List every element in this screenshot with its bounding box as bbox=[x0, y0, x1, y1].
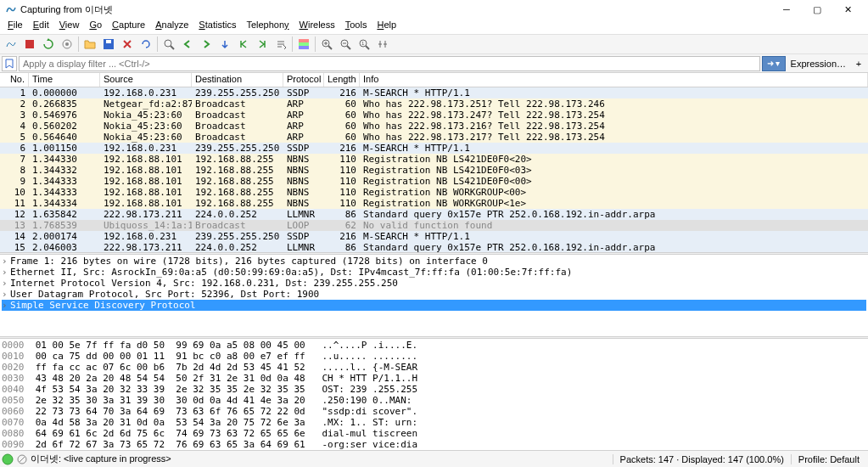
separator bbox=[78, 37, 79, 52]
next-packet-icon[interactable] bbox=[197, 35, 216, 53]
zoom-reset-icon[interactable]: 1 bbox=[355, 35, 373, 53]
separator bbox=[315, 37, 316, 52]
col-info[interactable]: Info bbox=[360, 73, 868, 87]
status-profile[interactable]: Profile: Default bbox=[791, 454, 866, 464]
svg-line-6 bbox=[171, 46, 174, 49]
packet-row[interactable]: 131.768539Ubiquoss_14:1a:1aBroadcastLOOP… bbox=[0, 220, 868, 231]
find-icon[interactable] bbox=[160, 35, 178, 53]
packet-row[interactable]: 121.635842222.98.173.211224.0.0.252LLMNR… bbox=[0, 209, 868, 220]
close-file-icon[interactable] bbox=[118, 35, 137, 53]
packet-row[interactable]: 81.344332192.168.88.101192.168.88.255NBN… bbox=[0, 165, 868, 176]
menu-view[interactable]: View bbox=[55, 19, 84, 34]
reload-icon[interactable] bbox=[137, 35, 155, 53]
packet-row[interactable]: 20.266835Netgear_fd:a2:87BroadcastARP60W… bbox=[0, 98, 868, 110]
open-file-icon[interactable] bbox=[81, 35, 99, 53]
menu-file[interactable]: File bbox=[3, 19, 27, 34]
titlebar: Capturing from 이더넷 ─ ▢ ✕ bbox=[0, 0, 868, 19]
save-file-icon[interactable] bbox=[99, 35, 118, 53]
zoom-in-icon[interactable] bbox=[317, 35, 336, 53]
menu-go[interactable]: Go bbox=[85, 19, 106, 34]
statusbar: 이더넷: <live capture in progress> Packets:… bbox=[0, 450, 868, 467]
expert-info-icon[interactable] bbox=[2, 453, 14, 465]
add-filter-button[interactable]: + bbox=[851, 59, 866, 69]
first-packet-icon[interactable] bbox=[234, 35, 253, 53]
packet-row[interactable]: 142.000174192.168.0.231239.255.255.250SS… bbox=[0, 231, 868, 242]
col-time[interactable]: Time bbox=[29, 73, 100, 87]
detail-row[interactable]: › Ethernet II, Src: AsrockIn_69:0a:a5 (d… bbox=[2, 267, 866, 278]
display-filter-input[interactable] bbox=[19, 56, 760, 71]
col-protocol[interactable]: Protocol bbox=[283, 73, 324, 87]
detail-row[interactable]: › Frame 1: 216 bytes on wire (1728 bits)… bbox=[2, 256, 866, 267]
packet-list[interactable]: 10.000000192.168.0.231239.255.255.250SSD… bbox=[0, 87, 868, 252]
menu-edit[interactable]: Edit bbox=[29, 19, 53, 34]
packet-row[interactable]: 30.546976Nokia_45:23:60BroadcastARP60Who… bbox=[0, 110, 868, 121]
col-no[interactable]: No. bbox=[0, 73, 29, 87]
toolbar: 1 bbox=[0, 34, 868, 54]
last-packet-icon[interactable] bbox=[253, 35, 272, 53]
menu-tools[interactable]: Tools bbox=[341, 19, 372, 34]
app-icon bbox=[5, 3, 17, 15]
packet-row[interactable]: 91.344333192.168.88.101192.168.88.255NBN… bbox=[0, 176, 868, 187]
menu-analyze[interactable]: Analyze bbox=[151, 19, 193, 34]
menu-telephony[interactable]: Telephony bbox=[242, 19, 293, 34]
hex-row[interactable]: 0060 22 73 73 64 70 3a 64 69 73 63 6f 76… bbox=[2, 406, 866, 417]
auto-scroll-icon[interactable] bbox=[272, 35, 290, 53]
svg-rect-0 bbox=[25, 40, 34, 48]
close-button[interactable]: ✕ bbox=[832, 1, 863, 18]
hex-row[interactable]: 0090 2d 6f 72 67 3a 73 65 72 76 69 63 65… bbox=[2, 439, 866, 450]
svg-rect-9 bbox=[299, 46, 309, 49]
expression-button[interactable]: Expression… bbox=[786, 59, 851, 69]
packet-row[interactable]: 61.001150192.168.0.231239.255.255.250SSD… bbox=[0, 143, 868, 154]
cancel-icon[interactable] bbox=[17, 454, 27, 464]
col-destination[interactable]: Destination bbox=[192, 73, 283, 87]
packet-list-header[interactable]: No. Time Source Destination Protocol Len… bbox=[0, 73, 868, 87]
separator bbox=[157, 37, 158, 52]
svg-line-22 bbox=[20, 457, 25, 462]
apply-filter-button[interactable]: ➜ ▾ bbox=[762, 56, 786, 71]
colorize-icon[interactable] bbox=[294, 35, 313, 53]
stop-capture-icon[interactable] bbox=[20, 35, 39, 53]
detail-row[interactable]: › Internet Protocol Version 4, Src: 192.… bbox=[2, 278, 866, 289]
minimize-button[interactable]: ─ bbox=[771, 1, 802, 18]
packet-row[interactable]: 71.344330192.168.88.101192.168.88.255NBN… bbox=[0, 154, 868, 165]
window-title: Capturing from 이더넷 bbox=[20, 3, 771, 16]
hex-row[interactable]: 0080 64 69 61 6c 2d 6d 75 6c 74 69 73 63… bbox=[2, 428, 866, 439]
filter-bookmark-icon[interactable] bbox=[2, 56, 17, 71]
col-length[interactable]: Length bbox=[324, 73, 360, 87]
packet-row[interactable]: 10.000000192.168.0.231239.255.255.250SSD… bbox=[0, 87, 868, 98]
svg-rect-4 bbox=[106, 40, 111, 43]
col-source[interactable]: Source bbox=[100, 73, 192, 87]
menu-help[interactable]: Help bbox=[372, 19, 400, 34]
hex-row[interactable]: 0000 01 00 5e 7f ff fa d0 50 99 69 0a a5… bbox=[2, 340, 866, 351]
menu-statistics[interactable]: Statistics bbox=[194, 19, 240, 34]
capture-options-icon[interactable] bbox=[58, 35, 76, 53]
start-capture-icon[interactable] bbox=[2, 35, 20, 53]
goto-packet-icon[interactable] bbox=[216, 35, 234, 53]
hex-row[interactable]: 0010 00 ca 75 dd 00 00 01 11 91 bc c0 a8… bbox=[2, 351, 866, 362]
menu-wireless[interactable]: Wireless bbox=[295, 19, 339, 34]
packet-bytes[interactable]: 0000 01 00 5e 7f ff fa d0 50 99 69 0a a5… bbox=[0, 339, 868, 450]
hex-row[interactable]: 0030 43 48 20 2a 20 48 54 54 50 2f 31 2e… bbox=[2, 373, 866, 384]
menu-capture[interactable]: Capture bbox=[108, 19, 149, 34]
restart-capture-icon[interactable] bbox=[39, 35, 58, 53]
hex-row[interactable]: 0020 ff fa cc ac 07 6c 00 b6 7b 2d 4d 2d… bbox=[2, 362, 866, 373]
packet-row[interactable]: 101.344333192.168.88.101192.168.88.255NB… bbox=[0, 187, 868, 198]
packet-row[interactable]: 111.344334192.168.88.101192.168.88.255NB… bbox=[0, 198, 868, 209]
packet-row[interactable]: 50.564640Nokia_45:23:60BroadcastARP60Who… bbox=[0, 132, 868, 143]
prev-packet-icon[interactable] bbox=[178, 35, 197, 53]
hex-row[interactable]: 0040 4f 53 54 3a 20 32 33 39 2e 32 35 35… bbox=[2, 384, 866, 395]
hex-row[interactable]: 0050 2e 32 35 30 3a 31 39 30 30 0d 0a 4d… bbox=[2, 395, 866, 406]
svg-line-16 bbox=[347, 46, 350, 49]
svg-rect-7 bbox=[299, 39, 309, 42]
resize-columns-icon[interactable] bbox=[373, 35, 392, 53]
packet-row[interactable]: 152.046003222.98.173.211224.0.0.252LLMNR… bbox=[0, 242, 868, 252]
detail-row[interactable]: › Simple Service Discovery Protocol bbox=[2, 300, 866, 311]
zoom-out-icon[interactable] bbox=[336, 35, 355, 53]
packet-details[interactable]: › Frame 1: 216 bytes on wire (1728 bits)… bbox=[0, 255, 868, 336]
maximize-button[interactable]: ▢ bbox=[802, 1, 832, 18]
packet-row[interactable]: 40.560202Nokia_45:23:60BroadcastARP60Who… bbox=[0, 121, 868, 132]
hex-row[interactable]: 0070 0a 4d 58 3a 20 31 0d 0a 53 54 3a 20… bbox=[2, 417, 866, 428]
detail-row[interactable]: › User Datagram Protocol, Src Port: 5239… bbox=[2, 289, 866, 300]
svg-point-2 bbox=[65, 42, 69, 46]
filter-toolbar: ➜ ▾ Expression… + bbox=[0, 54, 868, 73]
